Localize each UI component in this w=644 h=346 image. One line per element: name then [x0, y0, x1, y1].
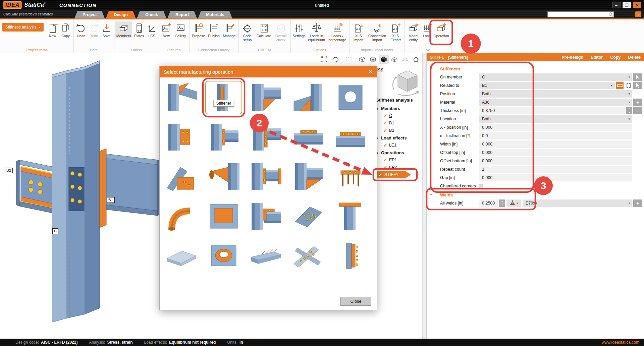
operation-thumb-splice-plates[interactable] — [291, 122, 325, 153]
value-stepper[interactable]: ▲▼ — [499, 199, 505, 207]
operation-thumb-stool[interactable] — [333, 161, 368, 192]
ribbon-button-xls-import[interactable]: XLSXLS Import — [351, 21, 367, 42]
checkbox-checked-icon[interactable]: ✔ — [383, 158, 387, 162]
home-view-icon[interactable] — [411, 55, 421, 64]
input-thickness-in-[interactable]: 0.3750 — [479, 107, 625, 114]
input-offset-top-in-[interactable]: 0.000 — [479, 149, 632, 156]
transparent-view-icon[interactable] — [389, 55, 399, 64]
value-stepper[interactable]: ▲▼ — [626, 107, 632, 114]
operation-thumb-flange-plate[interactable] — [333, 122, 368, 153]
dropdown-on-member[interactable]: C▾ — [479, 73, 632, 81]
add-item-button[interactable]: + — [633, 99, 642, 106]
wireframe-view-icon[interactable] — [357, 55, 367, 64]
ribbon-button-gallery[interactable]: Gallery — [173, 21, 188, 38]
ribbon-button-new[interactable]: New — [160, 21, 173, 38]
ribbon-button-members[interactable]: Members — [115, 21, 132, 38]
tab-project[interactable]: Project — [74, 11, 105, 18]
ribbon-button-undo[interactable]: Undo — [75, 21, 88, 38]
orbit-icon[interactable]: ⌄ — [330, 55, 343, 64]
group-header-stiffeners[interactable]: ▼Stiffeners — [427, 64, 642, 73]
select-in-scene-button[interactable] — [633, 82, 642, 89]
tree-section-load-effects[interactable]: ◢Load effects — [376, 134, 422, 141]
weld-type-dropdown[interactable]: ▾ — [506, 199, 521, 207]
input-width-in-[interactable]: 0.000 — [479, 140, 632, 148]
tree-item-b1[interactable]: ✔B1 — [376, 119, 422, 127]
header-action-delete[interactable]: Delete — [628, 55, 641, 60]
group-header-welds[interactable]: ▼Welds — [427, 190, 642, 199]
operation-thumb-pipe-bend[interactable] — [164, 201, 199, 232]
plate-orientation-toggle[interactable] — [625, 82, 632, 89]
stiffener-position-toggle[interactable] — [616, 82, 624, 89]
ribbon-button-settings[interactable]: Settings — [292, 21, 307, 38]
input-x-position-in-[interactable]: 0.000 — [479, 124, 632, 131]
ribbon-button-operation[interactable]: Operation — [433, 21, 450, 38]
checkbox-checked-icon[interactable]: ✔ — [383, 128, 387, 133]
panel-splitter[interactable] — [422, 53, 426, 339]
ribbon-button-publish[interactable]: Publish — [207, 21, 221, 38]
electrode-dropdown[interactable]: E70xx▾ — [523, 199, 632, 207]
analysis-type-dropdown[interactable]: Stiffness analysis▾ — [2, 23, 44, 32]
ribbon-button-loads-percentage[interactable]: %Loads - percentage — [327, 21, 348, 42]
operation-thumb-cone[interactable] — [207, 161, 241, 192]
dialog-close-icon[interactable]: ✕ — [368, 69, 373, 75]
ribbon-button-xls-export[interactable]: XLSXLS Export — [388, 21, 404, 42]
ribbon-button-code-setup[interactable]: </>Code setup — [240, 21, 255, 42]
dropdown-position[interactable]: Both▾ — [479, 90, 632, 98]
tree-section-members[interactable]: ◢Members — [376, 105, 422, 112]
website-link[interactable]: www.ideastatica.com — [602, 340, 639, 345]
search-box[interactable] — [547, 11, 614, 17]
tree-item-ep2[interactable]: ✔EP2 — [376, 164, 422, 171]
ribbon-button-model-entity[interactable]: Model entity — [406, 21, 421, 42]
collapse-triangle-icon[interactable]: ▼ — [427, 67, 435, 70]
add-item-button[interactable]: + — [633, 199, 642, 207]
operation-thumb-cleat[interactable] — [249, 201, 283, 232]
tab-materials[interactable]: Materials — [198, 11, 232, 18]
checkbox-checked-icon[interactable]: ✔ — [383, 143, 387, 148]
tab-report[interactable]: Report — [167, 11, 197, 18]
ribbon-button-save[interactable]: Save — [100, 21, 113, 38]
fit-view-icon[interactable] — [319, 55, 329, 64]
operation-thumb-sheeting-plate[interactable] — [207, 201, 241, 232]
operation-thumb-widener[interactable] — [291, 161, 325, 192]
tree-item-c[interactable]: ✔C — [376, 112, 422, 119]
operation-thumb-base-plate[interactable] — [164, 240, 199, 271]
operation-thumb-ring[interactable] — [207, 240, 241, 271]
operation-thumb-opening[interactable] — [333, 82, 368, 113]
ribbon-button-calculate[interactable]: Calculate — [255, 21, 273, 38]
input-offset-bottom-in-[interactable]: 0.000 — [479, 157, 632, 165]
maximize-button[interactable]: ❐ — [623, 2, 631, 8]
input-repeat-count[interactable]: 1 — [479, 166, 632, 173]
dropdown-related-to[interactable]: B1▾ — [479, 82, 615, 89]
operation-thumb-plate-to-column[interactable] — [164, 122, 199, 153]
collapse-triangle-icon[interactable]: ▼ — [427, 193, 435, 196]
operation-thumb-cap-plate[interactable] — [333, 201, 368, 232]
operation-thumb-cut-of-member[interactable] — [164, 82, 199, 113]
operation-thumb-stiffener[interactable]: Stiffener — [207, 82, 241, 113]
operation-thumb-bolt-grid[interactable] — [291, 201, 325, 232]
ribbon-button-new[interactable]: New — [46, 21, 59, 38]
ribbon-button-loads-in-equilibrium[interactable]: Loads in equilibrium — [307, 21, 327, 42]
hidden-edges-view-icon[interactable] — [368, 55, 378, 64]
ribbon-button-load[interactable]: Load — [421, 21, 433, 38]
operation-thumb-long-plate[interactable] — [249, 240, 283, 271]
operation-thumb-bolted-brace[interactable] — [291, 240, 325, 271]
checkbox-checked-icon[interactable]: ✔ — [383, 121, 387, 125]
operation-thumb-bolted-stub[interactable] — [249, 161, 283, 192]
info-button[interactable]: i — [635, 11, 641, 17]
checkbox-checked-icon[interactable]: ✔ — [383, 114, 387, 118]
input--inclination-[interactable]: 0.0 — [479, 132, 632, 139]
tree-section-operations[interactable]: ◢Operations — [376, 149, 422, 156]
operation-thumb-end-plate[interactable] — [249, 122, 283, 153]
dialog-close-button[interactable]: Close — [340, 297, 371, 306]
orientation-cube-icon[interactable] — [388, 66, 421, 98]
weld-size-input[interactable]: 0.2500 — [479, 199, 498, 207]
more-options-button[interactable]: ... — [633, 107, 642, 114]
ribbon-button-copy[interactable]: Copy — [59, 21, 72, 38]
header-action-copy[interactable]: Copy — [610, 55, 621, 60]
select-in-scene-button[interactable] — [633, 73, 642, 81]
tree-item-stiff1[interactable]: ✔STIFF1 — [376, 171, 411, 178]
operation-thumb-wedge-cut[interactable] — [291, 82, 325, 113]
dropdown-location[interactable]: Both▾ — [479, 115, 632, 123]
operation-thumb-gusset-plate[interactable] — [164, 161, 199, 192]
solid-view-icon[interactable] — [379, 55, 389, 64]
